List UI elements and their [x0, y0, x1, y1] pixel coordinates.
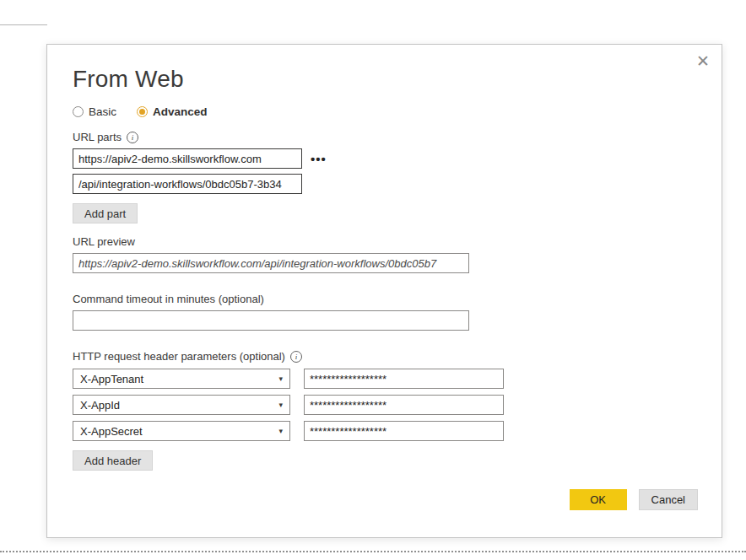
header-name-value-1: X-AppTenant	[80, 373, 143, 385]
header-value-input-2[interactable]	[304, 395, 504, 415]
mode-radio-group: Basic Advanced	[73, 105, 696, 118]
chevron-down-icon: ▾	[278, 427, 283, 435]
url-preview-label-text: URL preview	[73, 235, 135, 248]
header-name-dropdown-2[interactable]: X-AppId ▾	[73, 395, 290, 415]
url-part-2-row	[73, 174, 696, 194]
url-part-1-input[interactable]	[73, 148, 302, 169]
timeout-input[interactable]	[73, 310, 469, 331]
add-header-button[interactable]: Add header	[73, 450, 153, 471]
dialog-footer: OK Cancel	[570, 489, 698, 510]
chevron-down-icon: ▾	[278, 374, 283, 383]
add-part-button[interactable]: Add part	[73, 203, 138, 223]
radio-advanced[interactable]: Advanced	[137, 105, 208, 118]
background-rule-left	[0, 24, 47, 25]
timeout-row	[73, 310, 696, 331]
url-preview-row	[73, 253, 696, 273]
radio-basic-label: Basic	[89, 105, 116, 118]
header-name-value-3: X-AppSecret	[80, 425, 143, 438]
header-value-input-1[interactable]	[304, 369, 504, 389]
ok-button[interactable]: OK	[570, 489, 627, 510]
radio-advanced-label: Advanced	[153, 105, 208, 118]
radio-basic-circle	[73, 106, 84, 117]
header-name-dropdown-3[interactable]: X-AppSecret ▾	[73, 421, 290, 441]
header-value-input-3[interactable]	[304, 421, 504, 441]
page-bottom-dotted-divider	[0, 551, 746, 552]
url-parts-label: URL parts i	[73, 131, 696, 143]
url-preview-label: URL preview	[73, 235, 696, 248]
header-row-1: X-AppTenant ▾	[73, 369, 696, 389]
header-row-3: X-AppSecret ▾	[73, 421, 696, 441]
cancel-button[interactable]: Cancel	[639, 489, 698, 510]
more-options-icon[interactable]: •••	[311, 153, 327, 165]
url-preview-input	[73, 253, 469, 273]
dialog-title: From Web	[73, 66, 696, 93]
info-icon[interactable]: i	[127, 132, 138, 143]
header-row-2: X-AppId ▾	[73, 395, 696, 415]
timeout-label-text: Command timeout in minutes (optional)	[73, 293, 264, 305]
url-part-2-input[interactable]	[73, 174, 302, 194]
http-headers-label: HTTP request header parameters (optional…	[73, 350, 696, 363]
radio-advanced-circle	[137, 106, 148, 117]
info-icon[interactable]: i	[290, 351, 302, 363]
http-headers-label-text: HTTP request header parameters (optional…	[73, 350, 285, 363]
header-name-dropdown-1[interactable]: X-AppTenant ▾	[73, 369, 290, 389]
header-name-value-2: X-AppId	[80, 399, 120, 412]
url-parts-label-text: URL parts	[73, 131, 122, 143]
close-icon[interactable]: ✕	[696, 53, 710, 69]
from-web-dialog: ✕ From Web Basic Advanced URL parts i ••…	[46, 44, 722, 538]
chevron-down-icon: ▾	[278, 401, 283, 409]
url-part-1-row: •••	[73, 148, 696, 169]
timeout-label: Command timeout in minutes (optional)	[73, 293, 696, 305]
radio-basic[interactable]: Basic	[73, 105, 116, 118]
